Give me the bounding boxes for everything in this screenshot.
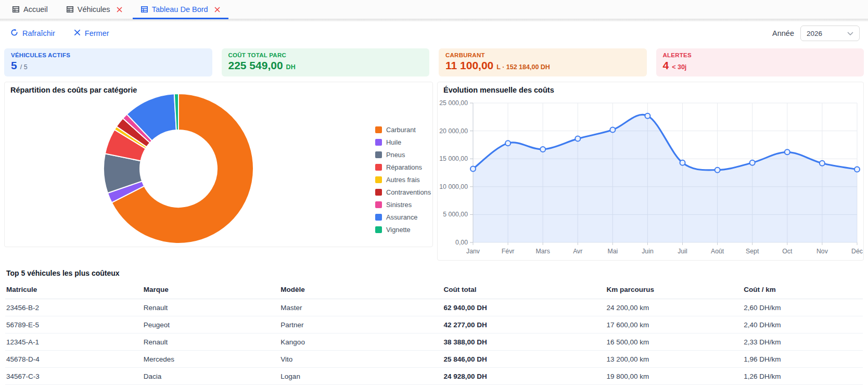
cell-marque: Peugeot xyxy=(143,316,280,333)
data-point-oct[interactable] xyxy=(785,149,790,155)
kpi-suffix: < 30j xyxy=(672,63,686,71)
tab-close-icon[interactable] xyxy=(117,7,122,12)
data-point-f-vr[interactable] xyxy=(505,140,510,146)
kpi-value: 4 xyxy=(663,59,669,72)
refresh-button[interactable]: Rafraîchir xyxy=(10,29,55,38)
legend-label: Réparations xyxy=(386,163,422,171)
data-point-sept[interactable] xyxy=(750,160,755,165)
data-point-avr[interactable] xyxy=(575,136,580,142)
cell-co-t-total: 38 388,00 DH xyxy=(442,333,605,351)
cell-mod-le: Vito xyxy=(279,351,442,368)
table-row: 56789-E-5PeugeotPartner42 277,00 DH17 60… xyxy=(5,316,863,333)
data-point-juin[interactable] xyxy=(645,113,650,119)
cell-co-t-km: 2,33 DH/km xyxy=(743,333,863,351)
column-header-co-t-km: Coût / km xyxy=(743,283,863,299)
table-row: 45678-D-4MercedesVito25 846,00 DH13 200,… xyxy=(5,351,863,368)
legend-swatch xyxy=(375,176,382,183)
legend-item-pneus[interactable]: Pneus xyxy=(375,151,431,159)
legend-item-vignette[interactable]: Vignette xyxy=(375,226,431,234)
table-row: 23456-B-2RenaultMaster62 940,00 DH24 200… xyxy=(5,299,863,316)
column-header-co-t-total: Coût total xyxy=(442,283,605,299)
legend-label: Huile xyxy=(386,138,401,146)
legend-item-contraventions[interactable]: Contraventions xyxy=(375,188,431,196)
cell-co-t-km: 2,40 DH/km xyxy=(743,316,863,333)
tab-v-hicules[interactable]: Véhicules xyxy=(57,0,132,19)
x-tick-label: Nov xyxy=(816,248,828,255)
data-point-nov[interactable] xyxy=(820,161,825,166)
table-row: 34567-C-3DaciaLogan24 928,00 DH19 800,00… xyxy=(5,368,863,385)
legend-swatch xyxy=(375,226,382,233)
legend-item-autres-frais[interactable]: Autres frais xyxy=(375,176,431,184)
line-area xyxy=(473,114,857,242)
kpi-card-v-hicules-actifs: VÉHICULES ACTIFS5/ 5 xyxy=(4,48,212,76)
kpi-label: COÛT TOTAL PARC xyxy=(228,52,423,58)
line-chart-panel: Évolution mensuelle des coûts 25 000,002… xyxy=(437,82,864,261)
chevron-down-icon xyxy=(847,30,853,37)
tab-tableau-de-bord[interactable]: Tableau De Bord xyxy=(132,0,229,19)
y-tick-label: 5 000,00 xyxy=(443,211,468,218)
cell-km-parcourus: 24 200,00 km xyxy=(606,299,743,316)
data-point-d-c[interactable] xyxy=(854,167,860,172)
kpi-value-line: 11 100,00L · 152 184,00 DH xyxy=(445,59,640,72)
legend-label: Sinistres xyxy=(386,201,412,209)
cell-co-t-total: 24 928,00 DH xyxy=(442,368,605,385)
cell-matricule: 12345-A-1 xyxy=(5,333,143,351)
grid-icon xyxy=(141,6,148,12)
x-tick-label: Sept xyxy=(746,248,759,255)
charts-row: Répartition des coûts par catégorie Carb… xyxy=(0,82,868,261)
cell-co-t-km: 2,60 DH/km xyxy=(743,299,863,316)
kpi-suffix: DH xyxy=(286,63,296,71)
tab-bar: AccueilVéhiculesTableau De Bord xyxy=(0,0,868,19)
legend-item-sinistres[interactable]: Sinistres xyxy=(375,201,431,209)
kpi-suffix: / 5 xyxy=(20,63,28,71)
tab-label: Tableau De Bord xyxy=(152,5,208,14)
legend-item-huile[interactable]: Huile xyxy=(375,138,431,146)
legend-item-assurance[interactable]: Assurance xyxy=(375,213,431,221)
data-point-mai[interactable] xyxy=(610,127,615,132)
pie-legend: CarburantHuilePneusRéparationsAutres fra… xyxy=(375,126,431,234)
year-label: Année xyxy=(772,29,794,37)
line-chart-title: Évolution mensuelle des coûts xyxy=(443,86,554,94)
kpi-row: VÉHICULES ACTIFS5/ 5COÛT TOTAL PARC225 5… xyxy=(0,45,868,82)
legend-swatch xyxy=(375,201,382,208)
kpi-value-line: 225 549,00DH xyxy=(228,59,423,72)
x-tick-label: Févr xyxy=(502,248,515,255)
legend-label: Pneus xyxy=(386,151,405,159)
grid-icon xyxy=(67,6,73,12)
close-label: Fermer xyxy=(85,29,109,37)
tab-close-icon[interactable] xyxy=(214,7,220,12)
tab-accueil[interactable]: Accueil xyxy=(3,0,57,19)
cell-matricule: 56789-E-5 xyxy=(5,316,143,333)
cell-mod-le: Logan xyxy=(279,368,442,385)
refresh-label: Rafraîchir xyxy=(22,29,55,37)
legend-label: Carburant xyxy=(386,126,416,134)
table-title: Top 5 véhicules les plus coûteux xyxy=(5,269,863,277)
legend-item-carburant[interactable]: Carburant xyxy=(375,126,431,134)
x-tick-label: Juil xyxy=(678,248,687,255)
cell-km-parcourus: 13 200,00 km xyxy=(606,351,743,368)
kpi-value-line: 4< 30j xyxy=(663,59,858,72)
top-vehicles-section: Top 5 véhicules les plus coûteux Matricu… xyxy=(0,261,868,385)
y-tick-label: 10 000,00 xyxy=(439,183,468,190)
legend-swatch xyxy=(375,151,382,158)
legend-swatch xyxy=(375,164,382,171)
cell-co-t-km: 1,96 DH/km xyxy=(743,351,863,368)
data-point-mars[interactable] xyxy=(540,147,545,152)
table-body: 23456-B-2RenaultMaster62 940,00 DH24 200… xyxy=(5,299,863,385)
legend-label: Vignette xyxy=(386,226,411,234)
year-select[interactable]: 2026 xyxy=(800,25,860,41)
kpi-value: 5 xyxy=(11,59,17,72)
y-tick-label: 0,00 xyxy=(455,239,468,246)
refresh-icon xyxy=(10,29,18,38)
cell-matricule: 23456-B-2 xyxy=(5,299,143,316)
close-view-button[interactable]: Fermer xyxy=(74,29,109,37)
kpi-label: VÉHICULES ACTIFS xyxy=(11,52,206,58)
year-filter: Année 2026 xyxy=(772,25,860,41)
x-tick-label: Mai xyxy=(607,248,618,255)
data-point-janv[interactable] xyxy=(470,166,476,172)
legend-item-r-parations[interactable]: Réparations xyxy=(375,163,431,171)
kpi-card-carburant: CARBURANT11 100,00L · 152 184,00 DH xyxy=(439,48,647,76)
data-point-juil[interactable] xyxy=(680,160,685,165)
data-point-ao-t[interactable] xyxy=(715,168,720,173)
kpi-label: CARBURANT xyxy=(445,52,640,58)
